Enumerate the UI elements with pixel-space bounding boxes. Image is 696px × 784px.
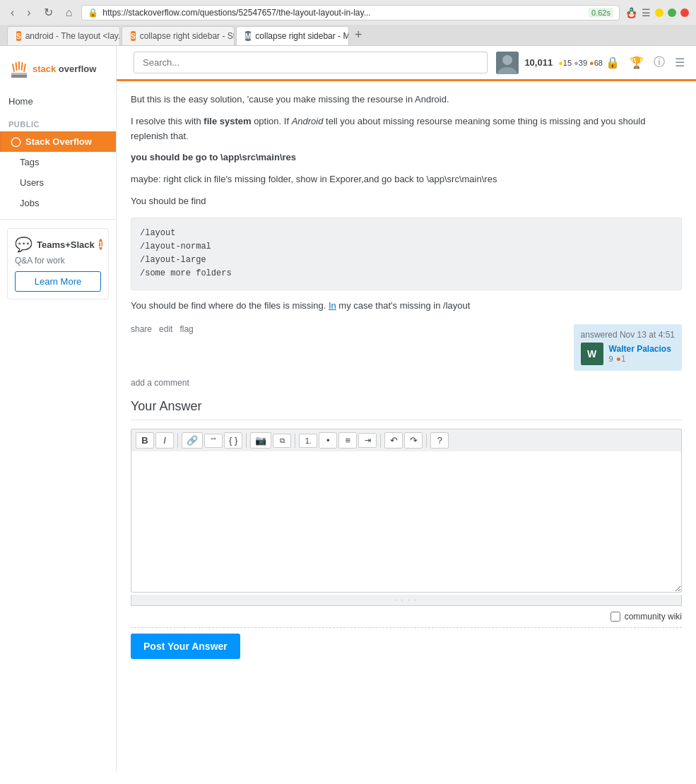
gold-count: 15 xyxy=(563,59,572,67)
answer-text-3: you should be go to \app\src\main\res xyxy=(131,150,682,165)
home-button[interactable]: ⌂ xyxy=(62,5,76,20)
tab-1[interactable]: S android - The layout <lay... ✕ xyxy=(7,26,120,45)
answer-text-2-before: I resolve this with xyxy=(131,116,204,126)
browser-chrome: ‹ › ↻ ⌂ 🔒 https://stackoverflow.com/ques… xyxy=(0,0,696,46)
toolbar-italic[interactable]: I xyxy=(155,432,174,449)
code-line-2: /layout-normal xyxy=(140,240,673,254)
sidebar-item-users[interactable]: Users xyxy=(0,172,116,193)
top-bar-icons: 🔒 🏆 ⓘ ☰ xyxy=(603,52,688,73)
share-link[interactable]: share xyxy=(131,324,152,334)
tab-1-favicon: S xyxy=(16,31,21,41)
teams-header: 💬 Teams+Slack 1 xyxy=(15,236,101,253)
toolbar-bold[interactable]: B xyxy=(136,432,154,449)
add-comment-link[interactable]: add a comment xyxy=(131,378,682,388)
gold-indicator: ● xyxy=(558,59,563,67)
toolbar-sep-4 xyxy=(380,434,381,448)
editor-resize-handle[interactable]: · · · · xyxy=(131,595,682,606)
sidebar-item-stackoverflow[interactable]: ◯ Stack Overflow xyxy=(0,131,116,152)
toolbar-quote[interactable]: “” xyxy=(204,434,223,448)
answerer-details: Walter Palacios 9 ●1 xyxy=(609,344,671,364)
edit-link[interactable]: edit xyxy=(159,324,172,334)
answer-body: But this is the easy solution, 'cause yo… xyxy=(131,93,682,313)
sidebar-stackoverflow-label: Stack Overflow xyxy=(25,136,92,147)
flag-link[interactable]: flag xyxy=(179,324,193,334)
code-line-3: /layout-large xyxy=(140,254,673,267)
answerer-info: W Walter Palacios 9 ●1 xyxy=(581,343,675,365)
toolbar-indent[interactable]: ⇥ xyxy=(358,433,377,448)
home-label: Home xyxy=(8,96,33,107)
user-info: 10,011 ●15 ●39 ●68 xyxy=(496,52,603,74)
toolbar-help[interactable]: ? xyxy=(430,432,449,449)
menu-icon[interactable]: ☰ xyxy=(642,7,651,18)
help-icon[interactable]: ⓘ xyxy=(651,52,668,73)
code-line-4: /some more folders xyxy=(140,267,673,280)
rep-indicators: ●15 ●39 ●68 xyxy=(558,59,603,67)
inbox-icon[interactable]: 🔒 xyxy=(603,53,623,72)
browser-tabs: S android - The layout <lay... ✕ S colla… xyxy=(0,25,696,45)
sidebar-section-public: PUBLIC xyxy=(0,112,116,131)
achievements-icon[interactable]: 🏆 xyxy=(627,53,647,72)
toolbar-code[interactable]: { } xyxy=(224,432,242,449)
answer-text-4: maybe: right click in file's missing fol… xyxy=(131,172,682,187)
community-wiki-checkbox[interactable] xyxy=(611,612,620,622)
learn-more-button[interactable]: Learn More xyxy=(15,271,101,292)
toolbar-link[interactable]: 🔗 xyxy=(182,432,203,449)
sidebar-item-tags[interactable]: Tags xyxy=(0,152,116,172)
back-button[interactable]: ‹ xyxy=(7,5,18,20)
user-reputation: 10,011 xyxy=(524,57,553,68)
minimize-button[interactable] xyxy=(655,8,663,17)
teams-subtitle: Q&A for work xyxy=(15,256,101,266)
top-bar: 10,011 ●15 ●39 ●68 🔒 🏆 ⓘ ☰ xyxy=(117,46,696,81)
svg-rect-4 xyxy=(18,61,20,70)
tab-2-label: collapse right sidebar - St... xyxy=(140,31,235,41)
chat-icon: 💬 xyxy=(15,236,33,253)
site-logo[interactable]: stack overflow xyxy=(0,53,116,91)
url-text: https://stackoverflow.com/questions/5254… xyxy=(102,8,584,18)
tab-1-label: android - The layout <lay... xyxy=(25,31,120,41)
avatar-image xyxy=(496,52,519,74)
forward-button[interactable]: › xyxy=(23,5,34,20)
search-input[interactable] xyxy=(134,52,488,73)
bronze-indicator: ● xyxy=(589,59,594,67)
brave-icon[interactable]: 🪆 xyxy=(625,7,637,18)
reload-button[interactable]: ↻ xyxy=(40,4,57,20)
svg-rect-0 xyxy=(11,73,27,75)
answerer-initial: W xyxy=(587,348,596,360)
sidebar-item-jobs[interactable]: Jobs xyxy=(0,193,116,213)
toolbar-ordered-list[interactable]: 1. xyxy=(299,434,317,448)
answer-text-6-link[interactable]: In xyxy=(329,300,336,311)
answer-editor[interactable] xyxy=(131,451,682,593)
tab-3[interactable]: M collapse right sidebar - Me... ✕ xyxy=(236,26,349,45)
toolbar-sep-5 xyxy=(426,434,427,448)
right-panel: 10,011 ●15 ●39 ●68 🔒 🏆 ⓘ ☰ But this is t… xyxy=(117,46,696,772)
teams-box: 💬 Teams+Slack 1 Q&A for work Learn More xyxy=(7,228,109,299)
toolbar-undo[interactable]: ↶ xyxy=(384,432,403,449)
sidebar-item-home[interactable]: Home xyxy=(0,91,116,112)
teams-title: Teams+Slack xyxy=(37,239,95,250)
toolbar-redo[interactable]: ↷ xyxy=(404,432,423,449)
answerer-rep-row: 9 ●1 xyxy=(609,354,671,364)
address-bar[interactable]: 🔒 https://stackoverflow.com/questions/52… xyxy=(81,5,620,20)
new-tab-button[interactable]: + xyxy=(350,25,367,45)
maximize-button[interactable] xyxy=(668,8,676,17)
tab-2[interactable]: S collapse right sidebar - St... ✕ xyxy=(122,26,235,45)
bronze-count: 68 xyxy=(594,59,603,67)
silver-indicator: ● xyxy=(574,59,579,67)
answer-attribution: answered Nov 13 at 4:51 W Walter Palacio… xyxy=(574,324,682,371)
answer-text-2-italic: Android xyxy=(292,116,324,126)
svg-rect-1 xyxy=(11,75,27,78)
toolbar-image[interactable]: 📷 xyxy=(250,432,271,449)
menu-icon[interactable]: ☰ xyxy=(672,53,688,72)
lock-icon: 🔒 xyxy=(88,8,98,18)
answerer-name[interactable]: Walter Palacios xyxy=(609,344,671,354)
answer-text-5: You should be find xyxy=(131,194,682,209)
toolbar-snippet[interactable]: ⧉ xyxy=(273,434,291,448)
load-time: 0.62s xyxy=(589,8,613,18)
toolbar-unordered-list[interactable]: • xyxy=(319,432,337,449)
close-button[interactable] xyxy=(680,8,689,17)
answerer-rep: 9 xyxy=(609,355,613,363)
answered-label: answered Nov 13 at 4:51 xyxy=(581,330,675,340)
avatar xyxy=(496,52,519,74)
toolbar-align[interactable]: ≡ xyxy=(338,432,357,449)
post-answer-button[interactable]: Post Your Answer xyxy=(131,634,240,659)
